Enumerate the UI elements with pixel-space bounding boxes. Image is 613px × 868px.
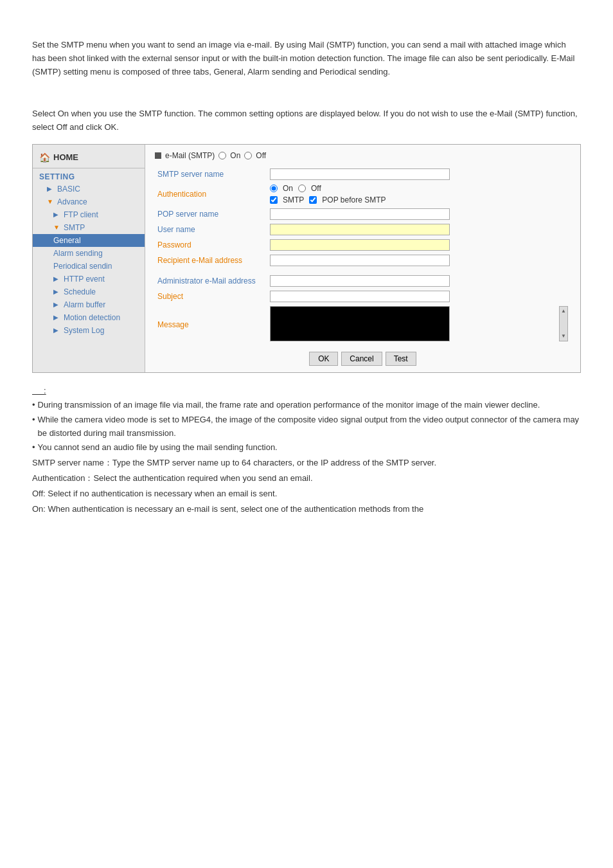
pop-before-smtp-checkbox[interactable] (309, 196, 317, 204)
ok-button[interactable]: OK (309, 352, 338, 366)
sidebar-item-smtp[interactable]: ▼ SMTP (33, 221, 145, 234)
subject-input[interactable] (270, 291, 450, 302)
auth-options-cell: On Off SMTP POP before SMTP (267, 182, 571, 206)
sidebar-general-label: General (53, 236, 81, 245)
scroll-up-arrow: ▲ (560, 307, 567, 316)
sidebar-item-schedule[interactable]: ▶ Schedule (33, 285, 145, 298)
recipient-email-label-cell: Recipient e-Mail address (155, 253, 267, 268)
message-label-cell: Message (155, 304, 267, 345)
note-bullet-2: • While the camera video mode is set to … (32, 413, 581, 440)
notes-section: : • During transmission of an image file… (32, 386, 581, 517)
setting-label: SETTING (33, 168, 145, 183)
admin-email-input-cell (267, 273, 571, 289)
note-text-2: While the camera video mode is set to MP… (38, 413, 581, 440)
smtp-checkbox[interactable] (270, 196, 278, 204)
subject-input-cell (267, 289, 571, 304)
message-input-cell: ▲ ▼ (267, 304, 571, 345)
smtp-check-label[interactable]: SMTP (283, 195, 304, 204)
admin-email-row: Administrator e-Mail address (155, 273, 571, 289)
def-item-auth: Authentication：Select the authentication… (32, 471, 581, 485)
smtp-server-input[interactable] (270, 168, 450, 180)
sidebar-smtp-label: SMTP (64, 223, 85, 232)
email-smtp-label: e-Mail (SMTP) (165, 151, 215, 160)
sidebar-basic-label: BASIC (57, 185, 80, 194)
auth-on-radio[interactable] (270, 185, 278, 192)
sidebar-item-ftp-client[interactable]: ▶ FTP client (33, 208, 145, 221)
authentication-row: Authentication On Off SMTP (155, 182, 571, 206)
intro-paragraph: Set the SMTP menu when you want to send … (32, 39, 581, 78)
smtp-square-icon (155, 152, 161, 159)
smtp-on-radio[interactable] (218, 152, 226, 159)
message-textarea[interactable] (270, 306, 450, 341)
auth-on-label[interactable]: On (283, 184, 293, 193)
user-name-input-cell (267, 222, 571, 237)
cancel-button[interactable]: Cancel (341, 352, 382, 366)
pop-before-smtp-label[interactable]: POP before SMTP (322, 195, 386, 204)
password-label-cell: Password (155, 237, 267, 253)
smtp-server-label-cell: SMTP server name (155, 167, 267, 182)
arrow-right-icon: ▶ (47, 185, 55, 193)
test-button[interactable]: Test (386, 352, 416, 366)
sidebar-periodical-label: Periodical sendin (53, 262, 112, 271)
sidebar-item-system-log[interactable]: ▶ System Log (33, 324, 145, 337)
arrow-right-icon-motion: ▶ (53, 314, 61, 321)
admin-email-label-cell: Administrator e-Mail address (155, 273, 267, 289)
auth-radio-group: On Off (270, 184, 568, 193)
sidebar-item-http-event[interactable]: ▶ HTTP event (33, 273, 145, 285)
sidebar-syslog-label: System Log (64, 326, 104, 335)
password-row: Password (155, 237, 571, 253)
admin-email-input[interactable] (270, 275, 450, 287)
user-name-input[interactable] (270, 224, 450, 235)
sidebar-alarm-buffer-label: Alarm buffer (64, 300, 105, 309)
sidebar-item-general[interactable]: General (33, 234, 145, 247)
sidebar-item-basic[interactable]: ▶ BASIC (33, 183, 145, 195)
pop-server-input-cell (267, 206, 571, 222)
home-label: HOME (53, 152, 78, 162)
arrow-right-icon-syslog: ▶ (53, 327, 61, 334)
subject-row: Subject (155, 289, 571, 304)
note-bullet-3: • You cannot send an audio file by using… (32, 441, 581, 455)
auth-checkbox-group: SMTP POP before SMTP (270, 195, 568, 204)
def-item-smtp: SMTP server name：Type the SMTP server na… (32, 456, 581, 470)
arrow-right-icon-sched: ▶ (53, 288, 61, 296)
arrow-right-icon-alarm: ▶ (53, 301, 61, 309)
arrow-right-icon-http: ▶ (53, 275, 61, 283)
smtp-off-label[interactable]: Off (256, 151, 266, 160)
sidebar-http-label: HTTP event (64, 275, 105, 284)
smtp-form-table: SMTP server name Authentication On (155, 167, 571, 345)
auth-off-radio[interactable] (298, 185, 306, 192)
note-bullet-1: • During transmission of an image file v… (32, 399, 581, 412)
pop-server-input[interactable] (270, 208, 450, 220)
sidebar-item-advance[interactable]: ▼ Advance (33, 195, 145, 208)
sidebar-home[interactable]: 🏠 HOME (33, 150, 145, 168)
user-name-row: User name (155, 222, 571, 237)
bullet-icon-2: • (32, 413, 35, 440)
password-input[interactable] (270, 239, 450, 251)
sidebar-item-alarm-buffer[interactable]: ▶ Alarm buffer (33, 298, 145, 311)
smtp-on-label[interactable]: On (230, 151, 240, 160)
arrow-right-icon-ftp: ▶ (53, 211, 61, 219)
email-smtp-toggle-row: e-Mail (SMTP) On Off (155, 151, 571, 160)
auth-label-cell: Authentication (155, 182, 267, 206)
def-item-off: Off: Select if no authentication is nece… (32, 487, 581, 501)
sidebar-advance-label: Advance (57, 197, 87, 206)
message-row: Message ▲ ▼ (155, 304, 571, 345)
message-scrollbar[interactable]: ▲ ▼ (559, 306, 568, 341)
scroll-down-arrow: ▼ (560, 332, 567, 341)
smtp-off-radio[interactable] (244, 152, 252, 159)
sidebar-alarm-sending-label: Alarm sending (53, 249, 103, 258)
subject-label-cell: Subject (155, 289, 267, 304)
notes-header: : (32, 386, 46, 395)
sidebar-item-motion-detection[interactable]: ▶ Motion detection (33, 311, 145, 324)
select-paragraph: Select On when you use the SMTP function… (32, 107, 581, 134)
sidebar-item-periodical[interactable]: Periodical sendin (33, 260, 145, 273)
sidebar-motion-label: Motion detection (64, 313, 120, 322)
sidebar: 🏠 HOME SETTING ▶ BASIC ▼ Advance ▶ FTP c… (33, 145, 145, 372)
smtp-server-row: SMTP server name (155, 167, 571, 182)
sidebar-item-alarm-sending[interactable]: Alarm sending (33, 247, 145, 260)
smtp-server-input-cell (267, 167, 571, 182)
pop-server-row: POP server name (155, 206, 571, 222)
auth-off-label[interactable]: Off (311, 184, 321, 193)
recipient-email-input[interactable] (270, 255, 450, 266)
auth-cell: On Off SMTP POP before SMTP (270, 184, 568, 204)
